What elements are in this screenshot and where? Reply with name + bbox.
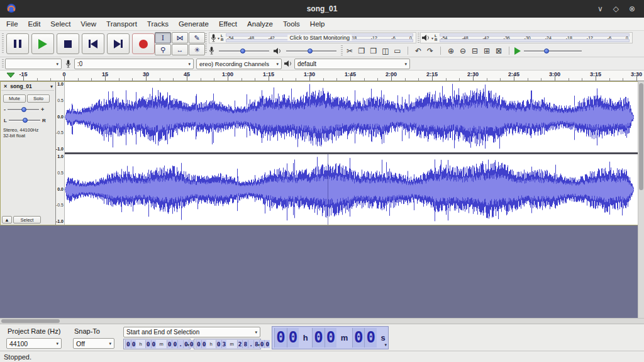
menu-generate[interactable]: Generate [174, 19, 214, 29]
gain-slider[interactable]: - + [4, 106, 44, 113]
track-name[interactable]: song_01 [10, 83, 32, 89]
recording-device-select[interactable]: :0▾ [74, 59, 194, 69]
menu-select[interactable]: Select [45, 19, 75, 29]
scale-label: -0.5 [56, 130, 64, 135]
trim-audio-button[interactable]: ◫ [380, 47, 391, 55]
collapse-button[interactable]: ▲ [2, 216, 12, 223]
redo-button[interactable]: ↷ [425, 47, 435, 55]
monitoring-label[interactable]: Click to Start Monitoring [287, 35, 352, 41]
selection-end-field[interactable]: 00 h 03 m 28.800 s▾ [194, 339, 261, 349]
meter-menu-icon[interactable]: ▾ [431, 36, 433, 40]
zoom-in-button[interactable]: ⊕ [446, 47, 456, 55]
tools-toolbar: I⋈✎⚲↔✳ [155, 32, 205, 55]
recording-meter[interactable]: ▾ LR -54-48-42-36-30-24-18-12-60 Click t… [209, 32, 416, 43]
fit-project-button[interactable]: ⊞ [482, 47, 492, 55]
copy-button[interactable]: ❐ [357, 47, 367, 55]
vertical-scrollbar[interactable] [638, 81, 644, 318]
paste-button[interactable]: ❒ [369, 47, 379, 55]
maximize-icon[interactable]: ◇ [613, 4, 619, 13]
meter-tick: -12 [587, 36, 593, 40]
toolbar-region: I⋈✎⚲↔✳ ▾ LR -54-48-42-36-30-24-18-12-60 … [0, 31, 644, 57]
horizontal-scrollbar[interactable] [0, 318, 644, 324]
vertical-scale-ruler[interactable]: 1.00.50.0-0.5-1.0 1.00.50.0-0.5-1.0 [56, 82, 65, 225]
select-button[interactable]: Select [13, 216, 41, 223]
menu-help[interactable]: Help [305, 19, 330, 29]
play-icon [38, 39, 47, 49]
slider-thumb[interactable] [544, 48, 549, 54]
menu-analyze[interactable]: Analyze [242, 19, 278, 29]
audio-position-display[interactable]: 00 h 00 m 00 s▾ [272, 326, 389, 349]
selection-start-field[interactable]: 00 h 00 m 00.000 s▾ [123, 339, 191, 349]
timeline-ruler[interactable]: -1501530451:001:151:301:452:002:152:302:… [0, 71, 644, 81]
meter-tick: -54 [441, 36, 447, 40]
zoom-toggle-button[interactable]: ⊠ [494, 47, 504, 55]
play-marker-icon[interactable] [6, 72, 15, 79]
menu-tools[interactable]: Tools [278, 19, 305, 29]
recording-channels-select[interactable]: ereo) Recording Channels▾ [196, 59, 282, 69]
meter-tick: -36 [504, 36, 510, 40]
waveform-display[interactable] [65, 82, 638, 225]
playback-volume-slider[interactable] [286, 47, 336, 55]
zoom-out-button[interactable]: ⊖ [458, 47, 468, 55]
scale-label: 0.5 [57, 98, 64, 103]
menu-effect[interactable]: Effect [214, 19, 242, 29]
project-rate-label: Project Rate (Hz) [8, 327, 60, 335]
undo-button[interactable]: ↶ [413, 47, 423, 55]
silence-audio-button[interactable]: ▭ [392, 47, 402, 55]
menu-tracks[interactable]: Tracks [142, 19, 174, 29]
mute-button[interactable]: Mute [3, 94, 26, 103]
playback-device-select[interactable]: default▾ [294, 59, 410, 69]
zoom-tool-button[interactable]: ⚲ [155, 44, 171, 55]
skip-to-start-button[interactable] [82, 33, 104, 54]
timeshift-tool-button[interactable]: ↔ [172, 44, 188, 55]
fit-selection-button[interactable]: ⊟ [470, 47, 480, 55]
record-button[interactable] [132, 33, 155, 54]
menu-file[interactable]: File [1, 19, 23, 29]
track-menu-button[interactable]: ▾ [50, 84, 53, 89]
stop-button[interactable] [57, 33, 79, 54]
scale-label: 0.0 [57, 187, 64, 192]
slider-thumb[interactable] [308, 48, 313, 54]
play-button[interactable] [31, 33, 54, 54]
meter-tick: -18 [566, 36, 572, 40]
scale-label: 0.5 [57, 171, 64, 176]
waveform-channel-left[interactable] [65, 82, 638, 152]
play-speed-slider[interactable] [524, 47, 582, 55]
solo-button[interactable]: Solo [27, 94, 50, 103]
meter-tick: -6 [391, 36, 395, 40]
minimize-icon[interactable]: ∨ [597, 4, 603, 13]
pause-button[interactable] [6, 33, 29, 54]
skip-to-end-button[interactable] [107, 33, 130, 54]
pan-slider[interactable]: L R [4, 116, 46, 124]
meter-menu-icon[interactable]: ▾ [218, 36, 219, 40]
selection-mode-select[interactable]: Start and End of Selection▾ [123, 327, 260, 337]
slider-thumb[interactable] [21, 107, 26, 112]
menu-transport[interactable]: Transport [101, 19, 142, 29]
cut-button[interactable]: ✂ [345, 47, 355, 55]
slider-thumb[interactable] [240, 48, 245, 54]
meter-tick: -42 [482, 36, 489, 40]
playback-meter[interactable]: ▾ LR -54-48-42-36-30-24-18-12-60 [420, 32, 633, 43]
menu-view[interactable]: View [75, 19, 101, 29]
speaker-icon [422, 34, 430, 42]
scale-label: -1.0 [56, 219, 64, 224]
snap-to-select[interactable]: Off▾ [73, 338, 114, 349]
envelope-tool-button[interactable]: ⋈ [172, 32, 188, 43]
speaker-icon [284, 60, 292, 69]
scrollbar-thumb[interactable] [639, 83, 643, 190]
multi-tool-button[interactable]: ✳ [189, 44, 205, 55]
menu-edit[interactable]: Edit [23, 19, 46, 29]
track-close-button[interactable]: × [3, 83, 8, 89]
meter-tick: -12 [371, 36, 377, 40]
recording-volume-slider[interactable] [219, 47, 269, 55]
draw-tool-button[interactable]: ✎ [189, 32, 205, 43]
scrollbar-thumb[interactable] [1, 319, 60, 323]
play-at-speed-button[interactable] [514, 47, 521, 55]
audio-host-select[interactable]: ▾ [5, 59, 62, 69]
slider-thumb[interactable] [23, 118, 28, 123]
selection-tool-button[interactable]: I [155, 32, 171, 43]
project-rate-select[interactable]: 44100▾ [6, 338, 62, 349]
meter-tick: -48 [248, 36, 254, 40]
close-icon[interactable]: ⊗ [629, 4, 635, 13]
waveform-channel-right[interactable] [65, 154, 638, 225]
